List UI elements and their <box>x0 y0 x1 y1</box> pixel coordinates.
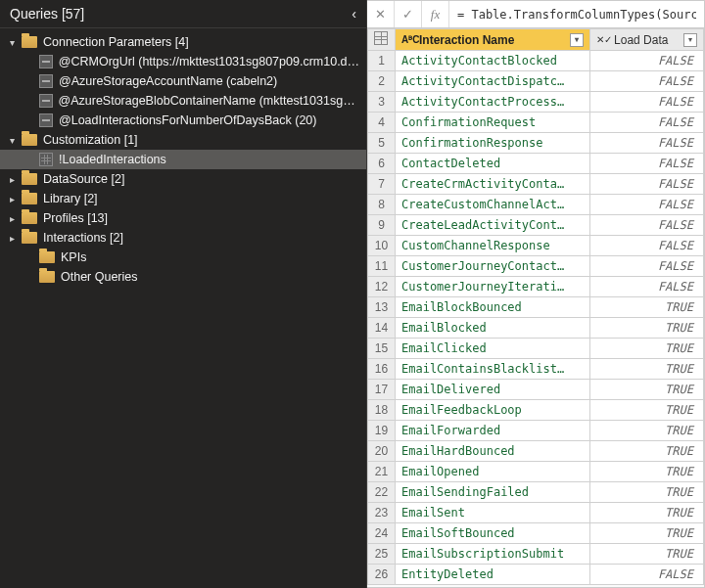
row-number[interactable]: 2 <box>368 71 396 92</box>
tree-item[interactable]: ▸Library [2] <box>0 189 366 208</box>
table-row[interactable]: 19EmailForwardedTRUE <box>368 421 704 441</box>
cell-interaction-name[interactable]: EmailHardBounced <box>396 441 590 462</box>
row-number[interactable]: 12 <box>368 277 396 297</box>
row-number[interactable]: 23 <box>368 503 396 523</box>
row-number[interactable]: 16 <box>368 359 396 380</box>
column-header-load-data[interactable]: ✕✓ Load Data ▾ <box>590 29 704 51</box>
row-number[interactable]: 14 <box>368 318 396 339</box>
tree-item[interactable]: Other Queries <box>0 267 366 287</box>
cell-load-data[interactable]: FALSE <box>590 277 704 297</box>
table-row[interactable]: 11CustomerJourneyContact…FALSE <box>368 256 704 277</box>
cell-interaction-name[interactable]: ActivityContactBlocked <box>396 51 590 71</box>
tree-item[interactable]: ▾Customization [1] <box>0 130 366 150</box>
table-row[interactable]: 9CreateLeadActivityCont…FALSE <box>368 215 704 236</box>
cell-load-data[interactable]: TRUE <box>590 441 704 462</box>
row-number[interactable]: 1 <box>368 51 396 71</box>
row-number[interactable]: 4 <box>368 113 396 133</box>
cell-interaction-name[interactable]: EmailSubscriptionSubmit <box>396 544 590 565</box>
tree-item[interactable]: !LoadedInteractions <box>0 150 366 169</box>
row-number[interactable]: 17 <box>368 380 396 400</box>
row-number[interactable]: 26 <box>368 565 396 585</box>
cell-interaction-name[interactable]: CustomerJourneyContact… <box>396 256 590 277</box>
expander-icon[interactable]: ▸ <box>10 233 22 244</box>
table-row[interactable]: 21EmailOpenedTRUE <box>368 462 704 482</box>
tree-item[interactable]: ▸DataSource [2] <box>0 169 366 189</box>
cell-load-data[interactable]: FALSE <box>590 565 704 585</box>
cell-load-data[interactable]: FALSE <box>590 113 704 133</box>
cell-load-data[interactable]: FALSE <box>590 154 704 174</box>
tree-item[interactable]: @AzureStorageBlobContainerName (mkttest1… <box>0 91 366 111</box>
tree-item[interactable]: @LoadInteractionsForNumberOfDaysBack (20… <box>0 111 366 130</box>
row-number[interactable]: 13 <box>368 297 396 318</box>
cell-load-data[interactable]: FALSE <box>590 215 704 236</box>
cell-interaction-name[interactable]: ConfirmationResponse <box>396 133 590 154</box>
cell-interaction-name[interactable]: ActivityContactProcess… <box>396 92 590 113</box>
table-row[interactable]: 3ActivityContactProcess…FALSE <box>368 92 704 113</box>
cell-load-data[interactable]: TRUE <box>590 503 704 523</box>
table-row[interactable]: 23EmailSentTRUE <box>368 503 704 523</box>
expander-icon[interactable]: ▸ <box>10 213 22 224</box>
expander-icon[interactable]: ▸ <box>10 174 22 185</box>
cell-load-data[interactable]: TRUE <box>590 318 704 339</box>
row-number[interactable]: 20 <box>368 441 396 462</box>
filter-dropdown-icon[interactable]: ▾ <box>570 33 584 47</box>
table-row[interactable]: 5ConfirmationResponseFALSE <box>368 133 704 154</box>
tree-item[interactable]: @AzureStorageAccountName (cabeln2) <box>0 71 366 91</box>
tree-item[interactable]: @CRMOrgUrl (https://mkttest1031sg807p09.… <box>0 52 366 71</box>
table-row[interactable]: 16EmailContainsBlacklist…TRUE <box>368 359 704 380</box>
column-header-interaction-name[interactable]: AᴮC Interaction Name ▾ <box>396 29 590 51</box>
cell-interaction-name[interactable]: ActivityContactDispatc… <box>396 71 590 92</box>
cell-load-data[interactable]: FALSE <box>590 51 704 71</box>
cell-load-data[interactable]: TRUE <box>590 482 704 503</box>
tree-item[interactable]: KPIs <box>0 248 366 267</box>
table-row[interactable]: 10CustomChannelResponseFALSE <box>368 236 704 256</box>
cell-load-data[interactable]: TRUE <box>590 421 704 441</box>
data-grid[interactable]: AᴮC Interaction Name ▾ ✕✓ Load Data ▾ <box>367 28 704 587</box>
row-number[interactable]: 25 <box>368 544 396 565</box>
cell-interaction-name[interactable]: EmailClicked <box>396 339 590 359</box>
row-number[interactable]: 24 <box>368 523 396 544</box>
cell-interaction-name[interactable]: CreateCustomChannelAct… <box>396 195 590 215</box>
row-number[interactable]: 5 <box>368 133 396 154</box>
row-number[interactable]: 21 <box>368 462 396 482</box>
cell-interaction-name[interactable]: ContactDeleted <box>396 154 590 174</box>
cell-load-data[interactable]: FALSE <box>590 256 704 277</box>
cell-interaction-name[interactable]: EmailFeedbackLoop <box>396 400 590 421</box>
cell-interaction-name[interactable]: CustomerJourneyIterati… <box>396 277 590 297</box>
table-row[interactable]: 18EmailFeedbackLoopTRUE <box>368 400 704 421</box>
table-row[interactable]: 17EmailDeliveredTRUE <box>368 380 704 400</box>
row-number[interactable]: 10 <box>368 236 396 256</box>
tree-item[interactable]: ▸Profiles [13] <box>0 208 366 228</box>
cell-interaction-name[interactable]: EmailForwarded <box>396 421 590 441</box>
table-row[interactable]: 7CreateCrmActivityConta…FALSE <box>368 174 704 195</box>
table-row[interactable]: 22EmailSendingFailedTRUE <box>368 482 704 503</box>
row-number[interactable]: 15 <box>368 339 396 359</box>
table-row[interactable]: 20EmailHardBouncedTRUE <box>368 441 704 462</box>
row-number[interactable]: 6 <box>368 154 396 174</box>
row-number[interactable]: 11 <box>368 256 396 277</box>
cell-interaction-name[interactable]: EmailSoftBounced <box>396 523 590 544</box>
filter-dropdown-icon[interactable]: ▾ <box>683 33 697 47</box>
row-number[interactable]: 9 <box>368 215 396 236</box>
cell-load-data[interactable]: TRUE <box>590 380 704 400</box>
cell-interaction-name[interactable]: EmailBlocked <box>396 318 590 339</box>
row-number[interactable]: 3 <box>368 92 396 113</box>
row-number[interactable]: 7 <box>368 174 396 195</box>
cell-interaction-name[interactable]: CustomChannelResponse <box>396 236 590 256</box>
cell-interaction-name[interactable]: EmailBlockBounced <box>396 297 590 318</box>
cancel-formula-icon[interactable]: ✕ <box>367 1 395 27</box>
cell-load-data[interactable]: TRUE <box>590 462 704 482</box>
cell-interaction-name[interactable]: EmailSent <box>396 503 590 523</box>
table-row[interactable]: 25EmailSubscriptionSubmitTRUE <box>368 544 704 565</box>
cell-load-data[interactable]: TRUE <box>590 523 704 544</box>
cell-interaction-name[interactable]: EmailOpened <box>396 462 590 482</box>
cell-load-data[interactable]: FALSE <box>590 92 704 113</box>
table-row[interactable]: 15EmailClickedTRUE <box>368 339 704 359</box>
queries-tree[interactable]: ▾Connection Parameters [4]@CRMOrgUrl (ht… <box>0 28 366 588</box>
table-row[interactable]: 12CustomerJourneyIterati…FALSE <box>368 277 704 297</box>
select-all-corner[interactable] <box>368 29 396 51</box>
cell-load-data[interactable]: TRUE <box>590 544 704 565</box>
expander-icon[interactable]: ▾ <box>10 37 22 48</box>
cell-interaction-name[interactable]: ConfirmationRequest <box>396 113 590 133</box>
cell-interaction-name[interactable]: CreateCrmActivityConta… <box>396 174 590 195</box>
